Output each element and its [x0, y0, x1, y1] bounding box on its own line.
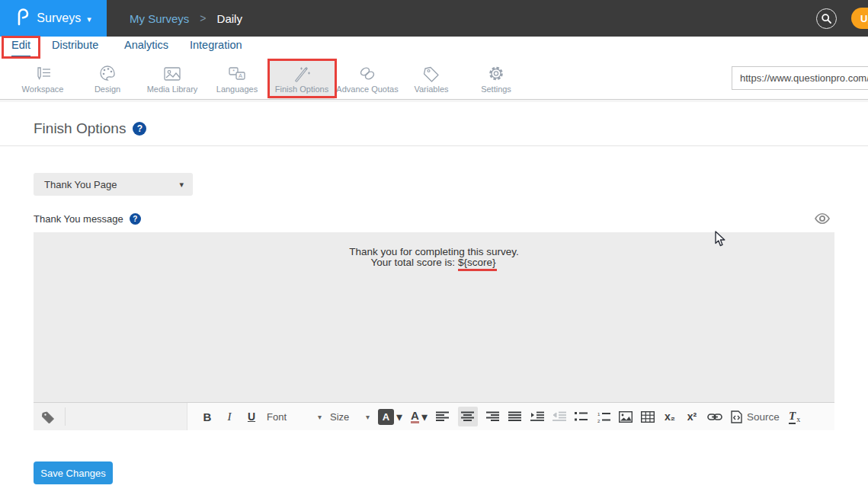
tab-edit[interactable]: Edit: [11, 39, 30, 57]
justify-icon: [508, 411, 521, 422]
design-icon: [98, 65, 117, 82]
svg-text:*: *: [232, 69, 235, 74]
breadcrumb-current-survey: Daily: [217, 12, 242, 25]
insert-link-button[interactable]: [707, 407, 722, 426]
product-menu-surveys[interactable]: Surveys ▾: [0, 0, 107, 37]
message-line-2: Your total score is: ${score}: [34, 257, 834, 268]
editor-toolbar-buttons: B I U Font▾ Size▾ A▾ A▾: [187, 403, 834, 430]
text-color-button[interactable]: A▾: [411, 407, 428, 426]
chevron-down-icon: ▾: [421, 410, 428, 424]
chevron-down-icon: ▾: [179, 180, 193, 190]
superscript-button[interactable]: x²: [685, 407, 699, 426]
toolbar-item-design[interactable]: Design: [75, 59, 140, 99]
decrease-indent-icon: [553, 411, 566, 422]
settings-icon: [487, 65, 505, 82]
toolbar-item-languages[interactable]: * A Languages: [204, 59, 270, 99]
save-changes-button[interactable]: Save Changes: [34, 461, 113, 484]
thank-you-message-editor: Thank you for completing this survey. Yo…: [34, 232, 834, 430]
edit-section-toolbar: Workspace Design Media Library * A: [0, 59, 868, 100]
insert-variable-button[interactable]: [34, 407, 66, 426]
chevron-down-icon: ▾: [396, 410, 402, 424]
numbered-list-icon: 12: [597, 411, 610, 423]
score-variable-annotated: ${score}: [458, 257, 498, 271]
font-select[interactable]: Font▾: [267, 407, 322, 426]
image-icon: [619, 411, 633, 423]
breadcrumb-my-surveys[interactable]: My Surveys: [130, 12, 189, 25]
align-right-button[interactable]: [486, 407, 500, 426]
svg-text:2: 2: [597, 418, 601, 423]
advance-quotas-icon: [357, 65, 377, 82]
languages-icon: * A: [227, 65, 247, 82]
underline-button[interactable]: U: [245, 407, 258, 426]
page-title: Finish Options: [34, 120, 126, 137]
help-icon[interactable]: ?: [130, 213, 141, 225]
search-button[interactable]: [816, 8, 837, 29]
finish-option-selected-value: Thank You Page: [34, 179, 179, 190]
bold-button[interactable]: B: [200, 407, 214, 426]
product-menu-label: Surveys: [37, 11, 81, 25]
editor-content-area[interactable]: Thank you for completing this survey. Yo…: [34, 232, 834, 402]
table-icon: [641, 411, 655, 423]
editor-toolbar: B I U Font▾ Size▾ A▾ A▾: [34, 402, 834, 430]
numbered-list-button[interactable]: 12: [597, 407, 610, 426]
decrease-indent-button[interactable]: [553, 407, 566, 426]
chevron-down-icon: ▾: [318, 413, 322, 421]
survey-url-input[interactable]: [732, 66, 868, 90]
help-icon[interactable]: ?: [133, 122, 146, 136]
search-icon: [821, 13, 832, 24]
toolbar-item-media-library[interactable]: Media Library: [139, 59, 205, 99]
remove-format-button[interactable]: Tx: [788, 407, 802, 426]
insert-table-button[interactable]: [641, 407, 655, 426]
chevron-down-icon: ▾: [87, 14, 91, 24]
media-library-icon: [162, 65, 182, 82]
upgrade-button[interactable]: Up: [851, 8, 868, 29]
breadcrumb: My Surveys > Daily: [130, 0, 242, 37]
subscript-button[interactable]: x₂: [663, 407, 677, 426]
size-select[interactable]: Size▾: [330, 407, 370, 426]
tab-integration[interactable]: Integration: [190, 39, 242, 57]
toolbar-item-variables[interactable]: Variables: [399, 59, 464, 99]
questionpro-logo-icon: [15, 8, 30, 29]
bullet-list-icon: [575, 411, 588, 422]
breadcrumb-separator: >: [200, 12, 206, 24]
bullet-list-button[interactable]: [575, 407, 588, 426]
align-center-icon: [461, 411, 474, 422]
section-divider: [0, 145, 868, 146]
align-right-icon: [486, 411, 499, 422]
svg-text:A: A: [239, 72, 242, 79]
insert-image-button[interactable]: [619, 407, 633, 426]
editor-toolbar-left: [34, 403, 187, 430]
app-window: Surveys ▾ My Surveys > Daily Up Edit Dis…: [0, 0, 868, 495]
increase-indent-button[interactable]: [530, 407, 544, 426]
tab-distribute[interactable]: Distribute: [52, 39, 98, 57]
finish-options-icon: [292, 65, 312, 82]
preview-button[interactable]: [814, 212, 831, 228]
message-line-1: Thank you for completing this survey.: [34, 247, 834, 257]
toolbar-item-advance-quotas[interactable]: Advance Quotas: [335, 59, 400, 99]
background-color-button[interactable]: A▾: [378, 407, 402, 426]
workspace-icon: [33, 65, 53, 82]
align-left-icon: [436, 411, 449, 422]
source-button[interactable]: Source: [731, 407, 780, 426]
chevron-down-icon: ▾: [366, 413, 370, 421]
increase-indent-icon: [530, 411, 544, 422]
toolbar-item-settings[interactable]: Settings: [463, 59, 529, 99]
align-center-button[interactable]: [458, 407, 478, 426]
toolbar-item-finish-options[interactable]: Finish Options: [269, 59, 335, 99]
variables-icon: [422, 65, 440, 82]
link-icon: [707, 413, 722, 421]
eye-icon: [814, 212, 831, 225]
source-icon: [731, 410, 742, 423]
tab-analytics[interactable]: Analytics: [124, 39, 168, 57]
svg-text:1: 1: [597, 411, 601, 416]
toolbar-item-workspace[interactable]: Workspace: [10, 59, 75, 99]
survey-tab-bar: Edit Distribute Analytics Integration: [0, 37, 868, 59]
thank-you-message-label: Thank You message: [34, 213, 123, 225]
tag-icon: [41, 410, 56, 423]
italic-button[interactable]: I: [223, 407, 236, 426]
finish-option-type-select[interactable]: Thank You Page ▾: [34, 173, 193, 196]
align-left-button[interactable]: [436, 407, 450, 426]
top-navigation-bar: Surveys ▾ My Surveys > Daily Up: [0, 0, 868, 37]
justify-button[interactable]: [508, 407, 522, 426]
